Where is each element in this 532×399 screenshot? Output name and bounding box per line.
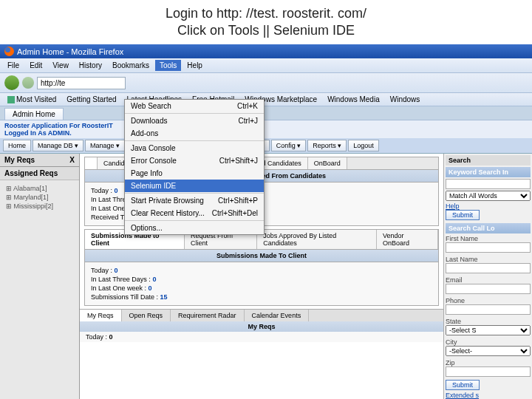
bottom-label: Today : xyxy=(86,333,107,341)
tab[interactable]: My Reqs xyxy=(80,310,122,321)
folder-icon xyxy=(7,96,15,103)
app-nav: HomeManage DB ▾Manage ▾Tracking ▾Tools ▾… xyxy=(0,138,532,154)
menu-file[interactable]: File xyxy=(3,60,24,71)
tab-bar: Admin Home xyxy=(0,106,532,120)
tab[interactable]: Vendor OnBoard xyxy=(377,230,438,249)
firefox-window: Admin Home - Mozilla Firefox File Edit V… xyxy=(0,44,532,399)
tab[interactable]: Open Reqs xyxy=(122,310,171,321)
tools-item-java-console[interactable]: Java Console xyxy=(125,142,264,154)
phone-label: Phone xyxy=(446,297,531,304)
nav-manage-db-[interactable]: Manage DB ▾ xyxy=(33,140,83,151)
window-title: Admin Home - Mozilla Firefox xyxy=(17,47,123,56)
url-text: http://te xyxy=(41,79,65,87)
window-titlebar: Admin Home - Mozilla Firefox xyxy=(0,44,532,58)
sidebar-header: My Reqs X xyxy=(0,154,79,167)
extended-link[interactable]: Extended s xyxy=(446,392,531,399)
stat-row: Today : 0 xyxy=(91,267,432,274)
tab-admin-home[interactable]: Admin Home xyxy=(4,108,64,120)
bm-media[interactable]: Windows Media xyxy=(324,95,383,104)
tools-item-selenium-ide[interactable]: Selenium IDE xyxy=(125,180,264,192)
last-name-label: Last Name xyxy=(446,256,531,263)
url-bar[interactable]: http://te xyxy=(37,77,126,89)
city-select[interactable]: -Select- xyxy=(446,346,531,356)
instruction-line2: Click on Tools || Selenium IDE xyxy=(0,23,532,38)
bookmarks-toolbar: Most Visited Getting Started Latest Head… xyxy=(0,93,532,106)
bm-getting-started[interactable]: Getting Started xyxy=(64,95,119,104)
tab[interactable]: Requirement Radar xyxy=(171,310,245,321)
forward-button[interactable] xyxy=(22,77,34,89)
keyword-search-header: Keyword Search In xyxy=(446,167,531,177)
tools-dropdown: Web SearchCtrl+KDownloadsCtrl+JAdd-onsJa… xyxy=(124,99,265,235)
back-button[interactable] xyxy=(4,75,19,90)
menu-view[interactable]: View xyxy=(48,60,73,71)
tree-item[interactable]: ⊞ Alabama[1] xyxy=(6,185,73,192)
tools-item-web-search[interactable]: Web SearchCtrl+K xyxy=(125,100,264,112)
tools-item-add-ons[interactable]: Add-ons xyxy=(125,127,264,140)
last-name-input[interactable] xyxy=(446,263,531,273)
nav-toolbar: http://te xyxy=(0,73,532,93)
app-header: Rooster Application For RoosterIT Logged… xyxy=(0,120,532,138)
submit-button[interactable]: Submit xyxy=(446,210,480,220)
stat-row: In Last Three Days : 0 xyxy=(91,276,432,283)
phone-input[interactable] xyxy=(446,304,531,315)
menu-help[interactable]: Help xyxy=(183,60,207,71)
app-title: Rooster Application For RoosterIT xyxy=(4,122,528,129)
stat-row: Submissions Till Date : 15 xyxy=(91,293,432,301)
bm-most-visited[interactable]: Most Visited xyxy=(4,95,59,104)
first-name-label: First Name xyxy=(446,235,531,242)
first-name-input[interactable] xyxy=(446,242,531,253)
tools-item-error-console[interactable]: Error ConsoleCtrl+Shift+J xyxy=(125,154,264,167)
sidebar-tree: ⊞ Alabama[1]⊞ Maryland[1]⊞ Mississippi[2… xyxy=(0,180,79,214)
bottom-tabs: My ReqsOpen ReqsRequirement RadarCalenda… xyxy=(80,309,443,321)
sidebar-close[interactable]: X xyxy=(69,156,75,164)
bottom-value: 0 xyxy=(109,333,113,341)
menubar: File Edit View History Bookmarks Tools H… xyxy=(0,58,532,73)
match-select[interactable]: Match All Words xyxy=(446,191,531,201)
call-log-header: Search Call Lo xyxy=(446,223,531,233)
tools-item-page-info[interactable]: Page Info xyxy=(125,167,264,180)
sidebar-section: Assigned Reqs xyxy=(0,167,79,180)
menu-bookmarks[interactable]: Bookmarks xyxy=(108,60,154,71)
tab[interactable]: Jobs Approved By Listed Candidates xyxy=(257,230,377,249)
stat-row: In Last One week : 0 xyxy=(91,284,432,292)
email-label: Email xyxy=(446,276,531,284)
nav-manage-[interactable]: Manage ▾ xyxy=(85,140,125,151)
tools-item-options-[interactable]: Options... xyxy=(125,222,264,234)
tools-item-clear-recent-history-[interactable]: Clear Recent History...Ctrl+Shift+Del xyxy=(125,207,264,219)
nav-reports-[interactable]: Reports ▾ xyxy=(307,140,347,151)
city-label: City xyxy=(446,338,531,346)
sidebar: My Reqs X Assigned Reqs ⊞ Alabama[1]⊞ Ma… xyxy=(0,154,80,399)
help-link[interactable]: Help xyxy=(446,202,531,210)
nav-config-[interactable]: Config ▾ xyxy=(271,140,307,151)
tab[interactable]: Calendar Events xyxy=(245,310,310,321)
tree-item[interactable]: ⊞ Maryland[1] xyxy=(6,194,73,201)
state-select[interactable]: -Select S xyxy=(446,325,531,335)
keyword-input[interactable] xyxy=(446,179,531,189)
zip-label: Zip xyxy=(446,359,531,366)
menu-tools[interactable]: Tools xyxy=(155,60,181,71)
tab[interactable] xyxy=(85,157,98,169)
slide-instruction: Login to http: //test. roosterit. com/ C… xyxy=(0,0,532,44)
menu-history[interactable]: History xyxy=(75,60,106,71)
tools-item-downloads[interactable]: DownloadsCtrl+J xyxy=(125,115,264,127)
panel2-title: Submissions Made To Client xyxy=(85,250,438,262)
menu-edit[interactable]: Edit xyxy=(25,60,47,71)
submit-button-2[interactable]: Submit xyxy=(446,380,480,390)
tree-item[interactable]: ⊞ Mississippi[2] xyxy=(6,202,73,210)
sidebar-title: My Reqs xyxy=(4,156,35,164)
nav-home[interactable]: Home xyxy=(3,140,31,151)
app-content: Rooster Application For RoosterIT Logged… xyxy=(0,120,532,399)
bottom-row: Today : 0 xyxy=(80,332,443,342)
bottom-title: My Reqs xyxy=(80,321,443,332)
search-header: Search xyxy=(446,155,531,166)
tab[interactable]: OnBoard xyxy=(308,157,347,169)
email-input[interactable] xyxy=(446,284,531,294)
tools-item-start-private-browsing[interactable]: Start Private BrowsingCtrl+Shift+P xyxy=(125,194,264,207)
right-column: Search Keyword Search In Match All Words… xyxy=(443,154,532,399)
bm-windows[interactable]: Windows xyxy=(387,95,423,104)
instruction-line1: Login to http: //test. roosterit. com/ xyxy=(0,6,532,21)
panel-submissions: Submissions Made to ClientRequest From C… xyxy=(84,229,439,306)
app-login-status: Logged In As ADMIN. xyxy=(4,129,528,137)
zip-input[interactable] xyxy=(446,366,531,377)
nav-logout[interactable]: Logout xyxy=(348,140,379,151)
